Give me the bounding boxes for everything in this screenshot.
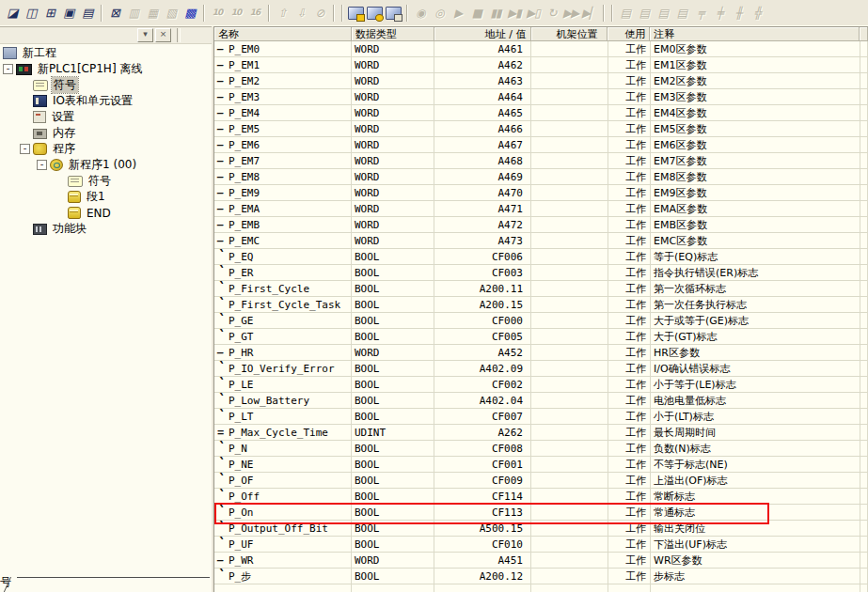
symbol-data-type: WORD bbox=[352, 89, 434, 105]
table-row[interactable]: P_OF BOOL CF009 工作 上溢出(OF)标志 bbox=[214, 473, 868, 489]
table-row[interactable]: P_HR WORD A452 工作 HR区参数 bbox=[214, 345, 868, 361]
panel-dropdown-button[interactable]: ▾ bbox=[137, 28, 153, 42]
tree-item-function-blocks[interactable]: 功能块 bbox=[0, 221, 212, 237]
tree-item-settings[interactable]: 设置 bbox=[0, 109, 212, 125]
tree-item-label: 设置 bbox=[50, 109, 76, 125]
view-mnemonics-icon[interactable]: ◫ bbox=[22, 5, 40, 22]
tree-item-memory[interactable]: 内存 bbox=[0, 125, 212, 141]
symbol-name-cell: P_EM5 bbox=[214, 121, 352, 137]
symbol-type-icon bbox=[217, 281, 229, 297]
table-row[interactable]: P_LE BOOL CF002 工作 小于等于(LE)标志 bbox=[214, 377, 868, 393]
table-row[interactable]: P_EM2 WORD A463 工作 EM2区参数 bbox=[214, 73, 868, 89]
spacer-cell bbox=[860, 313, 868, 329]
table-row[interactable]: P_WR WORD A451 工作 WR区参数 bbox=[214, 553, 868, 569]
panel-close-button[interactable]: × bbox=[155, 28, 171, 42]
table-row[interactable]: P_Max_Cycle_Time UDINT A262 工作 最长周期时间 bbox=[214, 425, 868, 441]
table-row[interactable]: P_GE BOOL CF000 工作 大于或等于(GE)标志 bbox=[214, 313, 868, 329]
table-filler bbox=[214, 584, 868, 592]
tree-item-programs[interactable]: - 程序 bbox=[0, 141, 212, 157]
online-simulator-icon[interactable] bbox=[365, 5, 384, 22]
symbol-rack-location bbox=[531, 409, 608, 425]
symbol-table-icon bbox=[68, 176, 83, 187]
work-online-icon[interactable] bbox=[346, 5, 365, 22]
table-row[interactable]: P_EM0 WORD A461 工作 EM0区参数 bbox=[214, 41, 868, 57]
view-window-icon[interactable]: ▣ bbox=[59, 5, 78, 22]
table-row[interactable]: P_EM3 WORD A464 工作 EM3区参数 bbox=[214, 89, 868, 105]
table-row[interactable]: P_ER BOOL CF003 工作 指令执行错误(ER)标志 bbox=[214, 265, 868, 281]
table-row[interactable]: P_EMA WORD A471 工作 EMA区参数 bbox=[214, 201, 868, 217]
symbol-type-icon bbox=[217, 347, 229, 359]
table-row[interactable]: P_Off BOOL CF114 工作 常断标志 bbox=[214, 489, 868, 505]
symbol-address: A465 bbox=[434, 105, 531, 121]
symbol-usage: 工作 bbox=[608, 409, 651, 425]
symbol-address: A464 bbox=[434, 89, 531, 105]
view-symbols-icon[interactable]: ⊞ bbox=[40, 5, 59, 22]
table-row[interactable]: P_IO_Verify_Error BOOL A402.09 工作 I/O确认错… bbox=[214, 361, 868, 377]
tree-item-new-project[interactable]: 新工程 bbox=[0, 45, 212, 61]
column-header-label: 名称 bbox=[218, 27, 239, 41]
table-row[interactable]: P_N BOOL CF008 工作 负数(N)标志 bbox=[214, 441, 868, 457]
table-row[interactable]: P_EM8 WORD A469 工作 EM8区参数 bbox=[214, 169, 868, 185]
tree-expander-icon[interactable]: - bbox=[3, 64, 13, 74]
table-row[interactable]: P_EM5 WORD A466 工作 EM5区参数 bbox=[214, 121, 868, 137]
column-header-comment[interactable]: 注释 bbox=[650, 27, 860, 41]
tree-item-plc[interactable]: - 新PLC1[CP1H] 离线 bbox=[0, 61, 212, 77]
spacer-cell bbox=[860, 201, 868, 217]
symbol-type-icon bbox=[217, 426, 229, 439]
symbol-name: P_EM4 bbox=[229, 107, 260, 119]
table-row[interactable]: P_First_Cycle BOOL A200.11 工作 第一次循环标志 bbox=[214, 281, 868, 297]
spacer-cell bbox=[860, 105, 868, 121]
table-row[interactable]: P_First_Cycle_Task BOOL A200.15 工作 第一次任务… bbox=[214, 297, 868, 313]
column-header-name[interactable]: 名称 bbox=[214, 27, 352, 41]
table-row[interactable]: P_Output_Off_Bit BOOL A500.15 工作 输出关闭位 bbox=[214, 521, 868, 537]
table-row[interactable]: P_EM7 WORD A468 工作 EM7区参数 bbox=[214, 153, 868, 169]
table-row[interactable]: P_EM6 WORD A467 工作 EM6区参数 bbox=[214, 137, 868, 153]
table-row[interactable]: P_EQ BOOL CF006 工作 等于(EQ)标志 bbox=[214, 249, 868, 265]
column-header-label: 注释 bbox=[654, 27, 674, 41]
table-row[interactable]: P_NE BOOL CF001 工作 不等于标志(NE) bbox=[214, 457, 868, 473]
binary-display-icon[interactable]: ▩ bbox=[181, 5, 199, 22]
symbol-type-icon bbox=[217, 537, 229, 553]
symbol-name-cell: P_WR bbox=[214, 553, 352, 569]
column-header-address[interactable]: 地址 / 值 bbox=[434, 27, 531, 41]
table-row[interactable]: P_LT BOOL CF007 工作 小于(LT)标志 bbox=[214, 409, 868, 425]
toolbar-icon: ⇧ bbox=[277, 8, 286, 19]
spacer-cell bbox=[860, 281, 868, 297]
symbol-address: CF007 bbox=[434, 409, 531, 425]
symbol-address: A200.11 bbox=[434, 281, 531, 297]
tree-item-symbols[interactable]: 符号 bbox=[0, 77, 212, 93]
table-row[interactable]: P_GT BOOL CF005 工作 大于(GT)标志 bbox=[214, 329, 868, 345]
tree-item-io-table[interactable]: IO表和单元设置 bbox=[0, 93, 212, 109]
toolbar-icon: ▥ bbox=[129, 8, 138, 19]
column-header-use[interactable]: 使用 bbox=[608, 27, 650, 41]
tree-expander-icon[interactable]: - bbox=[20, 144, 30, 154]
table-row[interactable]: P_UF BOOL CF010 工作 下溢出(UF)标志 bbox=[214, 537, 868, 553]
table-row[interactable]: P_EM1 WORD A462 工作 EM1区参数 bbox=[214, 57, 868, 73]
spacer-cell bbox=[860, 137, 868, 153]
tree-item-new-program[interactable]: - 新程序1 (00) bbox=[0, 157, 212, 173]
cross-reference-icon[interactable]: ⊠ bbox=[105, 5, 124, 22]
table-row[interactable]: P_EMC WORD A473 工作 EMC区参数 bbox=[214, 233, 868, 249]
transfer-to-plc-icon[interactable] bbox=[384, 5, 402, 22]
tree-item-program-symbols[interactable]: 符号 bbox=[0, 173, 212, 189]
column-header-rack[interactable]: 机架位置 bbox=[531, 27, 608, 41]
symbol-address: CF002 bbox=[434, 377, 531, 393]
symbol-name: P_Max_Cycle_Time bbox=[229, 427, 328, 439]
table-row[interactable]: P_EMB WORD A472 工作 EMB区参数 bbox=[214, 217, 868, 233]
symbol-name-cell: P_Max_Cycle_Time bbox=[214, 425, 352, 441]
table-row[interactable]: P_Low_Battery BOOL A402.04 工作 电池电量低标志 bbox=[214, 393, 868, 409]
spacer-cell bbox=[860, 489, 868, 505]
table-row[interactable]: P_步 BOOL A200.12 工作 步标志 bbox=[214, 569, 868, 584]
tree-item-section1[interactable]: 段1 bbox=[0, 189, 212, 205]
properties-icon[interactable]: ▤ bbox=[78, 5, 97, 22]
symbol-rack-location bbox=[531, 425, 608, 441]
spacer-cell bbox=[860, 393, 868, 409]
tree-item-end[interactable]: END bbox=[0, 205, 212, 221]
table-row[interactable]: P_On BOOL CF113 工作 常通标志 bbox=[214, 505, 868, 521]
column-header-type[interactable]: 数据类型 bbox=[352, 27, 434, 41]
view-diagram-icon[interactable]: ◪ bbox=[3, 5, 22, 22]
table-row[interactable]: P_EM9 WORD A470 工作 EM9区参数 bbox=[214, 185, 868, 201]
tree-expander-icon[interactable]: - bbox=[37, 160, 47, 170]
workspace-bottom-tab[interactable]: 号 bbox=[0, 569, 212, 592]
table-row[interactable]: P_EM4 WORD A465 工作 EM4区参数 bbox=[214, 105, 868, 121]
